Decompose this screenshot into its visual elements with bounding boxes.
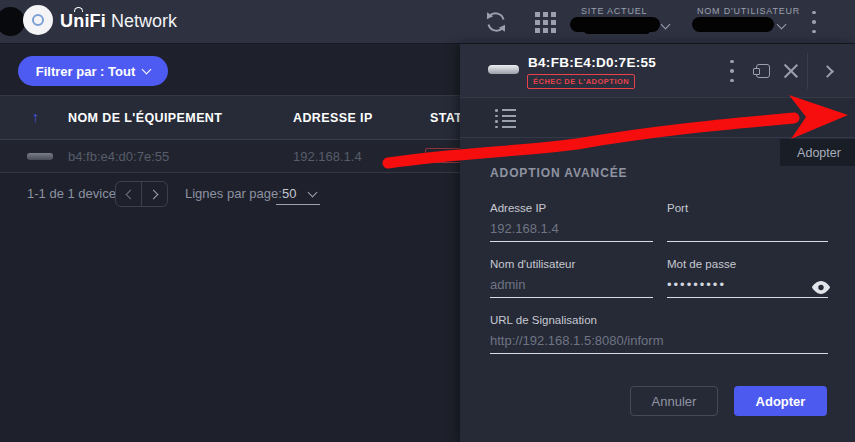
column-header-status[interactable]: STATUT [430, 111, 460, 125]
port-input[interactable] [667, 216, 828, 242]
password-label: Mot de passe [667, 258, 736, 270]
row-device-ip: 192.168.1.4 [293, 149, 362, 164]
table-row[interactable]: b4:fb:e4:d0:7e:55 192.168.1.4 ÉCHEC DE L… [0, 140, 460, 173]
section-title: ADOPTION AVANCÉE [490, 166, 628, 180]
panel-toolbar: + [460, 98, 855, 138]
chevron-down-icon [308, 188, 318, 198]
device-list-area: Filtrer par : Tout ↑ NOM DE L'ÉQUIPEMENT… [0, 44, 460, 442]
device-thumbnail [27, 153, 53, 160]
show-password-icon[interactable] [812, 280, 830, 298]
site-label: SITE ACTUEL [581, 6, 647, 16]
port-label: Port [667, 202, 688, 214]
user-label: NOM D'UTILISATEUR [697, 6, 800, 16]
device-detail-panel: B4:FB:E4:D0:7E:55 ÉCHEC DE L'ADOPTION + … [460, 44, 855, 442]
chevron-right-icon [148, 189, 158, 199]
column-header-name[interactable]: NOM DE L'ÉQUIPEMENT [68, 111, 222, 125]
password-input[interactable] [667, 272, 828, 298]
chevron-down-icon [661, 20, 671, 30]
refresh-icon[interactable] [481, 0, 511, 44]
pagination-controls [115, 181, 168, 207]
next-page-button[interactable] [142, 182, 167, 206]
add-adopt-icon[interactable]: + [801, 99, 831, 137]
rows-per-page-select[interactable]: 50 [276, 183, 320, 205]
inform-url-label: URL de Signalisation [490, 314, 597, 326]
unifi-logo-icon [23, 5, 53, 35]
cancel-button[interactable]: Annuler [630, 386, 718, 416]
column-header-ip[interactable]: ADRESSE IP [293, 111, 373, 125]
pagination-range: 1-1 de 1 device [27, 186, 116, 201]
close-icon[interactable] [778, 44, 804, 98]
redacted-avatar [0, 7, 25, 36]
popout-window-icon[interactable] [748, 44, 774, 98]
username-input[interactable] [490, 272, 653, 298]
ip-address-input[interactable] [490, 216, 653, 242]
product-name: Network [111, 11, 177, 31]
app-header: UniFi Network SITE ACTUEL NOM D'UTILISAT… [0, 0, 855, 44]
divider [807, 53, 808, 89]
collapse-panel-icon[interactable] [814, 44, 840, 98]
apps-grid-icon[interactable] [531, 0, 559, 44]
inform-url-input[interactable] [490, 328, 828, 354]
filter-label: Filtrer par : Tout [36, 64, 135, 79]
table-header: ↑ NOM DE L'ÉQUIPEMENT ADRESSE IP STATUT [0, 95, 460, 140]
rows-per-page-value: 50 [282, 186, 296, 201]
adopt-button[interactable]: Adopter [734, 386, 827, 416]
site-dropdown[interactable]: SITE ACTUEL [570, 0, 675, 44]
app-title: UniFi Network [60, 11, 177, 32]
sort-ascending-icon[interactable]: ↑ [32, 109, 39, 125]
user-dropdown[interactable]: NOM D'UTILISATEUR [692, 0, 792, 44]
panel-header: B4:FB:E4:D0:7E:55 ÉCHEC DE L'ADOPTION [460, 44, 855, 98]
previous-page-button[interactable] [116, 182, 142, 206]
brand-name: UniFi [60, 11, 106, 31]
list-view-icon[interactable] [495, 109, 516, 131]
overflow-menu-icon[interactable] [804, 0, 824, 44]
row-device-name: b4:fb:e4:d0:7e:55 [68, 149, 169, 164]
chevron-left-icon [125, 189, 135, 199]
row-status-badge: ÉCHEC DE L'ADOPTION [425, 148, 460, 163]
pagination-bar: 1-1 de 1 device Lignes par page: 50 [0, 177, 460, 217]
device-thumbnail [488, 65, 519, 74]
wifi-arc-decoration [74, 7, 83, 12]
filter-button[interactable]: Filtrer par : Tout [18, 56, 168, 86]
redacted-user-name [692, 17, 774, 32]
panel-overflow-menu-icon[interactable] [723, 44, 741, 98]
redacted-site-name-2 [584, 26, 650, 34]
ip-address-label: Adresse IP [490, 202, 546, 214]
unifi-network-app: UniFi Network SITE ACTUEL NOM D'UTILISAT… [0, 0, 855, 442]
adoption-failed-badge: ÉCHEC DE L'ADOPTION [527, 74, 635, 89]
username-label: Nom d'utilisateur [490, 258, 575, 270]
adopt-tooltip: Adopter [780, 139, 855, 166]
panel-device-mac: B4:FB:E4:D0:7E:55 [528, 55, 656, 70]
chevron-down-icon [777, 20, 787, 30]
chevron-down-icon [142, 65, 152, 75]
rows-per-page-label: Lignes par page: [185, 186, 282, 201]
